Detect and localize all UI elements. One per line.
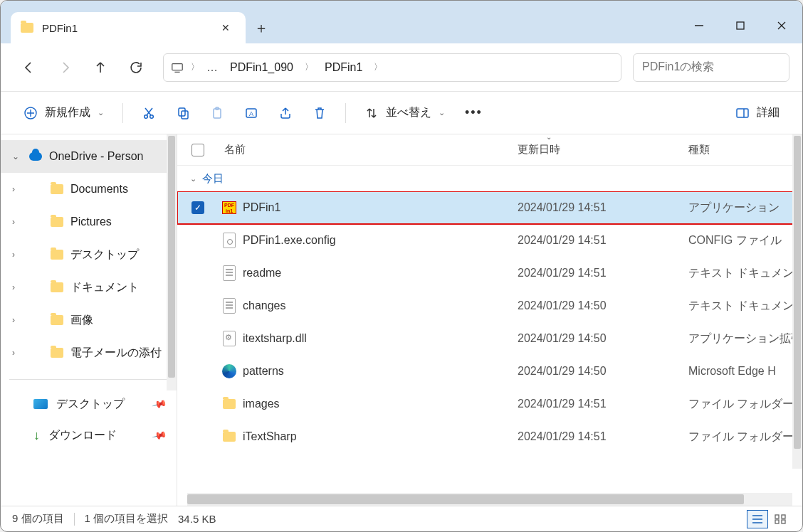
sidebar-item-documents[interactable]: ›Documents: [1, 173, 177, 206]
file-row[interactable]: patterns2024/01/29 14:50Microsoft Edge H: [177, 355, 802, 388]
paste-button[interactable]: [203, 99, 231, 127]
sidebar-label: 電子メールの添付: [70, 346, 162, 361]
maximize-button[interactable]: [720, 8, 761, 43]
svg-rect-24: [775, 515, 779, 518]
quick-downloads[interactable]: ↓ダウンロード📌: [1, 420, 177, 451]
chevron-right-icon[interactable]: ›: [12, 250, 22, 260]
svg-rect-25: [782, 515, 785, 518]
breadcrumb-seg2[interactable]: PDFin1: [320, 58, 367, 77]
folder-icon: [51, 315, 63, 325]
chevron-right-icon[interactable]: ›: [12, 348, 22, 358]
chevron-right-icon[interactable]: ›: [12, 315, 22, 325]
file-name: changes: [238, 299, 518, 312]
minimize-button[interactable]: [678, 8, 720, 43]
file-type: CONFIG ファイル: [688, 233, 802, 248]
chevron-down-icon: ⌄: [439, 108, 445, 117]
details-pane-button[interactable]: 詳細: [728, 99, 787, 127]
chevron-right-icon[interactable]: ›: [12, 282, 22, 292]
file-row[interactable]: itextsharp.dll2024/01/29 14:50アプリケーション拡張: [177, 322, 802, 355]
scrollbar-thumb[interactable]: [187, 494, 744, 504]
delete-button[interactable]: [305, 99, 334, 127]
back-button[interactable]: [14, 52, 45, 83]
share-button[interactable]: [271, 99, 300, 127]
file-row[interactable]: ✓PDFin1PDFin12024/01/29 14:51アプリケーション: [177, 191, 802, 224]
breadcrumb-overflow[interactable]: …: [206, 61, 219, 74]
cut-button[interactable]: [135, 99, 163, 127]
scrollbar-thumb[interactable]: [794, 136, 801, 449]
scrollbar-thumb[interactable]: [168, 136, 175, 378]
tab-close-button[interactable]: ✕: [216, 18, 236, 38]
navbar: 〉 … PDFin1_090 〉 PDFin1 〉 PDFin1の検索: [1, 43, 802, 92]
edge-icon: [222, 364, 236, 378]
file-name: patterns: [238, 365, 518, 378]
group-today[interactable]: ⌄今日: [177, 166, 802, 191]
new-button[interactable]: 新規作成 ⌄: [16, 99, 111, 127]
sort-indicator-icon: ⌄: [546, 134, 552, 141]
sidebar-scrollbar[interactable]: [167, 134, 177, 390]
copy-button[interactable]: [169, 99, 197, 127]
quick-label: デスクトップ: [56, 397, 125, 412]
sidebar: ⌄ OneDrive - Person ›Documents ›Pictures…: [1, 134, 177, 506]
file-date: 2024/01/29 14:51: [518, 234, 688, 247]
chevron-down-icon[interactable]: ⌄: [12, 151, 22, 161]
search-box[interactable]: PDFin1の検索: [633, 53, 789, 82]
horizontal-scrollbar[interactable]: [187, 493, 792, 506]
chevron-right-icon[interactable]: ›: [12, 184, 22, 194]
column-type[interactable]: 種類: [688, 143, 802, 156]
address-bar[interactable]: 〉 … PDFin1_090 〉 PDFin1 〉: [163, 53, 621, 82]
body: ⌄ OneDrive - Person ›Documents ›Pictures…: [1, 134, 802, 506]
select-all-checkbox[interactable]: [191, 144, 220, 156]
file-type: テキスト ドキュメント: [688, 299, 802, 314]
app-icon: PDFin1: [222, 201, 236, 214]
file-row[interactable]: iTextSharp2024/01/29 14:51ファイル フォルダー: [177, 420, 802, 453]
sidebar-item-pictures[interactable]: ›Pictures: [1, 206, 177, 238]
new-label: 新規作成: [45, 105, 90, 120]
file-date: 2024/01/29 14:51: [518, 201, 688, 214]
file-icon: [223, 265, 236, 281]
chevron-right-icon[interactable]: 〉: [191, 61, 199, 73]
file-type: Microsoft Edge H: [688, 365, 802, 378]
file-name: PDFin1: [238, 201, 518, 214]
window-tab[interactable]: PDFin1 ✕: [11, 12, 246, 43]
file-rows: ✓PDFin1PDFin12024/01/29 14:51アプリケーションPDF…: [177, 191, 802, 490]
vertical-scrollbar[interactable]: [792, 134, 802, 469]
quick-desktop[interactable]: デスクトップ📌: [1, 388, 177, 420]
status-selected: 1 個の項目を選択: [85, 512, 169, 526]
file-row[interactable]: changes2024/01/29 14:50テキスト ドキュメント: [177, 289, 802, 322]
sidebar-item-docs-jp[interactable]: ›ドキュメント: [1, 271, 177, 304]
details-view-button[interactable]: [747, 510, 768, 528]
file-row[interactable]: images2024/01/29 14:51ファイル フォルダー: [177, 388, 802, 420]
status-size: 34.5 KB: [178, 513, 216, 525]
folder-icon: [51, 217, 63, 227]
separator: [122, 103, 123, 123]
chevron-right-icon[interactable]: 〉: [374, 61, 382, 73]
refresh-button[interactable]: [120, 52, 152, 83]
pc-icon: [171, 61, 184, 74]
row-checkbox[interactable]: ✓: [191, 201, 220, 214]
sidebar-item-images[interactable]: ›画像: [1, 304, 177, 336]
breadcrumb-seg1[interactable]: PDFin1_090: [226, 58, 298, 77]
sort-button[interactable]: 並べ替え ⌄: [357, 99, 452, 127]
rename-button[interactable]: A: [237, 99, 266, 127]
cloud-icon: [29, 152, 42, 161]
column-name[interactable]: 名前: [220, 143, 518, 156]
chevron-right-icon[interactable]: 〉: [305, 61, 313, 73]
sidebar-onedrive[interactable]: ⌄ OneDrive - Person: [1, 140, 177, 173]
file-type: ファイル フォルダー: [688, 430, 802, 445]
file-row[interactable]: PDFin1.exe.config2024/01/29 14:51CONFIG …: [177, 224, 802, 257]
file-row[interactable]: readme2024/01/29 14:51テキスト ドキュメント: [177, 257, 802, 289]
folder-icon: [51, 184, 63, 194]
folder-icon: [223, 432, 236, 442]
column-date[interactable]: ⌄更新日時: [518, 143, 688, 156]
up-button[interactable]: [85, 52, 116, 83]
thumbnails-view-button[interactable]: [770, 510, 791, 528]
sidebar-item-attachments[interactable]: ›電子メールの添付: [1, 336, 177, 369]
more-button[interactable]: •••: [458, 99, 490, 127]
file-date: 2024/01/29 14:50: [518, 332, 688, 345]
chevron-right-icon[interactable]: ›: [12, 217, 22, 227]
forward-button[interactable]: [49, 52, 80, 83]
new-tab-button[interactable]: ＋: [246, 12, 277, 43]
close-button[interactable]: [761, 8, 802, 43]
divider: [9, 379, 168, 380]
sidebar-item-desktop[interactable]: ›デスクトップ: [1, 238, 177, 271]
